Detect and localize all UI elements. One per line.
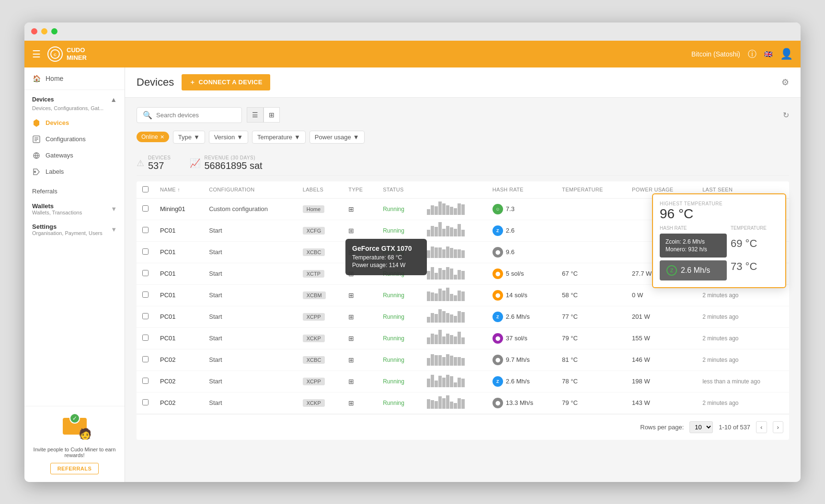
filter-power-usage[interactable]: Power usage ▼ (309, 131, 365, 144)
row-checkbox[interactable] (142, 291, 149, 298)
col-configuration[interactable]: Configuration (203, 181, 297, 199)
filter-temperature[interactable]: Temperature ▼ (252, 131, 306, 144)
row-checkbox[interactable] (142, 227, 149, 233)
filter-type[interactable]: Type ▼ (173, 131, 205, 144)
row-checkbox[interactable] (142, 356, 149, 362)
connect-device-button[interactable]: ＋ CONNECT A DEVICE (182, 74, 270, 90)
settings-button[interactable]: ⚙ (781, 77, 789, 88)
plus-icon: ＋ (189, 78, 195, 87)
sidebar-configurations-label: Configurations (46, 135, 86, 143)
row-name: PC01 (154, 263, 203, 284)
row-type: ⊞ (343, 370, 377, 392)
row-lastseen: 2 minutes ago (697, 327, 789, 349)
row-status: Running (377, 392, 421, 414)
sidebar-item-devices[interactable]: Devices (24, 115, 125, 131)
row-config: Start (203, 263, 297, 284)
page-header: Devices ＋ CONNECT A DEVICE ⚙ (125, 67, 801, 98)
row-checkbox[interactable] (142, 248, 149, 255)
col-name[interactable]: Name ↑ (154, 181, 203, 199)
table-row: PC02 Start XCPP ⊞ Running Z 2.6 Mh/s 78 … (137, 370, 789, 392)
highest-temp-card: HIGHEST TEMPERATURE 96 °C Hash rate Zcoi… (652, 193, 786, 288)
row-power: 146 W (626, 349, 697, 370)
col-temperature[interactable]: Temperature (556, 181, 626, 199)
search-input[interactable] (156, 112, 236, 119)
row-name: PC02 (154, 370, 203, 392)
hamburger-menu[interactable]: ☰ (32, 48, 41, 60)
coin-icon: ☺ (493, 204, 503, 214)
sidebar-item-labels[interactable]: Labels (24, 164, 125, 180)
sidebar-item-referrals[interactable]: Referrals (24, 184, 125, 199)
row-checkbox[interactable] (142, 313, 149, 319)
row-status: Running (377, 327, 421, 349)
devices-icon (32, 119, 41, 127)
sidebar-item-configurations[interactable]: Configurations (24, 131, 125, 147)
row-checkbox[interactable] (142, 335, 149, 341)
filter-version[interactable]: Version ▼ (209, 131, 248, 144)
row1-temp: 69 °C (731, 234, 779, 254)
devices-stat-icon: ⚠ (137, 158, 144, 168)
row-lastseen: 2 minutes ago (697, 306, 789, 327)
row-temp (556, 220, 626, 241)
wallets-expand[interactable]: ▼ (111, 205, 117, 213)
row-checkbox[interactable] (142, 399, 149, 405)
col-labels[interactable]: Labels (297, 181, 343, 199)
sidebar-item-home[interactable]: 🏠 Home (24, 67, 125, 90)
revenue-stat-value: 56861895 sat (204, 160, 262, 171)
next-page-button[interactable]: › (773, 421, 783, 433)
row-label: XCKP (297, 327, 343, 349)
row-checkbox[interactable] (142, 378, 149, 384)
temp-card-value: 96 °C (660, 206, 779, 222)
help-icon[interactable]: ⓘ (748, 48, 756, 60)
coin-icon: ⬤ (493, 290, 503, 301)
temp-col-label: Temperature (731, 225, 779, 231)
referral-image: ✓ 🧑 (56, 414, 94, 443)
minimize-dot[interactable] (41, 28, 47, 34)
maximize-dot[interactable] (51, 28, 57, 34)
row-type: ⊞ (343, 198, 377, 220)
view-group: ☰ ⊞ (247, 107, 280, 123)
sidebar-item-settings[interactable]: Settings Organisation, Payment, Users ▼ (24, 219, 125, 240)
filter-online[interactable]: Online ✕ (137, 132, 169, 142)
row-hashrate: ⬤ 5 sol/s (487, 263, 556, 284)
col-hashrate[interactable]: Hash rate (487, 181, 556, 199)
remove-online-filter[interactable]: ✕ (160, 134, 164, 140)
row-type: ⊞ (343, 327, 377, 349)
rows-per-page-select[interactable]: 10 25 50 (689, 421, 713, 433)
user-icon[interactable]: 👤 (780, 48, 793, 60)
page-title: Devices (137, 76, 174, 89)
toolbar: 🔍 ☰ ⊞ ↻ (137, 107, 789, 123)
coin-icon: Z (493, 376, 503, 387)
row-graph (421, 198, 487, 220)
sidebar-wallets-sub: Wallets, Transactions (32, 210, 82, 215)
select-all-checkbox[interactable] (142, 186, 149, 192)
sidebar-item-gateways[interactable]: Gateways (24, 147, 125, 164)
settings-expand[interactable]: ▼ (111, 226, 117, 233)
row-power: 198 W (626, 370, 697, 392)
row-status: Running (377, 263, 421, 284)
grid-view-button[interactable]: ⊞ (264, 107, 280, 123)
row-lastseen: less than a minute ago (697, 370, 789, 392)
sidebar-gateways-label: Gateways (46, 152, 73, 159)
row-checkbox[interactable] (142, 205, 149, 212)
close-dot[interactable] (31, 28, 37, 34)
row-status: Running (377, 349, 421, 370)
row-name: PC01 (154, 284, 203, 306)
sidebar-item-wallets[interactable]: Wallets Wallets, Transactions ▼ (24, 199, 125, 219)
devices-stat: ⚠ DEVICES 537 (137, 155, 171, 171)
svg-point-9 (34, 171, 36, 172)
col-type[interactable]: Type (343, 181, 377, 199)
refresh-button[interactable]: ↻ (783, 111, 789, 120)
row-temp: 79 °C (556, 327, 626, 349)
list-view-button[interactable]: ☰ (247, 107, 264, 123)
row-checkbox[interactable] (142, 270, 149, 276)
sidebar-labels-label: Labels (46, 168, 64, 175)
referral-promo: ✓ 🧑 Invite people to Cudo Miner to earn … (24, 406, 125, 482)
flag-icon[interactable]: 🇬🇧 (764, 50, 772, 58)
referrals-button[interactable]: REFERRALS (50, 463, 99, 474)
filters-bar: Online ✕ Type ▼ Version ▼ Temperature (137, 131, 789, 144)
logo: C CUDOMINER (47, 46, 87, 62)
row-hashrate: Z 2.6 Mh/s (487, 306, 556, 327)
devices-stat-label: DEVICES (148, 155, 171, 160)
sidebar-section-collapse[interactable]: ▲ (110, 96, 117, 103)
prev-page-button[interactable]: ‹ (756, 421, 767, 433)
